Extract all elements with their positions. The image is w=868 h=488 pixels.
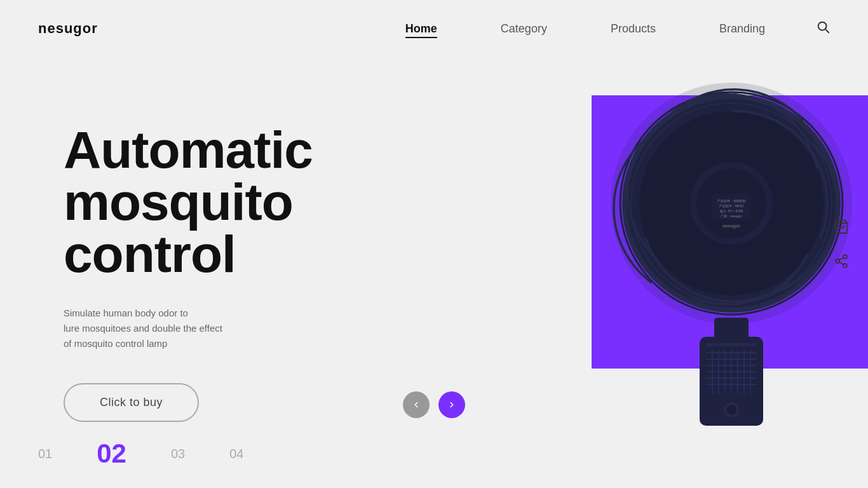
buy-button[interactable]: Click to buy (64, 383, 199, 422)
slider-arrows (403, 391, 465, 418)
hero-section: Automatic mosquito control Simulate huma… (0, 57, 868, 488)
slide-num-3[interactable]: 03 (171, 447, 185, 461)
svg-text:产品型号：MK10: 产品型号：MK10 (719, 204, 743, 208)
svg-text:产品名称：智能防蚊: 产品名称：智能防蚊 (717, 199, 746, 203)
hero-title: Automatic mosquito control (64, 124, 394, 280)
svg-line-38 (839, 262, 844, 265)
product-image-area: 产品名称：智能防蚊 产品型号：MK10 输入: 5V = 3.5W 厂商：nes… (592, 38, 868, 451)
cart-button[interactable] (834, 219, 849, 234)
next-arrow[interactable] (438, 391, 465, 418)
hero-description: Simulate human body odor to lure mosquit… (64, 306, 394, 351)
svg-point-18 (726, 405, 736, 415)
nav-links: Home Category Products Branding (405, 22, 765, 36)
right-icons (834, 219, 849, 269)
product-image: 产品名称：智能防蚊 产品型号：MK10 输入: 5V = 3.5W 厂商：nes… (607, 57, 855, 464)
prev-arrow[interactable] (403, 391, 430, 418)
share-button[interactable] (834, 254, 849, 269)
svg-text:厂商：nesugor: 厂商：nesugor (721, 214, 742, 218)
slide-numbers: 01 02 03 04 (38, 438, 243, 469)
svg-rect-3 (706, 343, 757, 346)
svg-line-1 (825, 29, 829, 32)
nav-item-home[interactable]: Home (405, 22, 437, 36)
slide-num-4[interactable]: 04 (229, 447, 243, 461)
svg-line-39 (839, 258, 844, 261)
navbar: nesugor Home Category Products Branding (0, 0, 868, 57)
nav-item-branding[interactable]: Branding (719, 22, 765, 36)
svg-text:nesugor: nesugor (722, 224, 740, 229)
slide-num-2[interactable]: 02 (97, 438, 126, 469)
hero-text-block: Automatic mosquito control Simulate huma… (0, 124, 394, 422)
brand-logo[interactable]: nesugor (38, 20, 98, 37)
search-button[interactable] (816, 20, 830, 37)
nav-item-products[interactable]: Products (611, 22, 656, 36)
slide-num-1[interactable]: 01 (38, 447, 52, 461)
nav-item-category[interactable]: Category (501, 22, 547, 36)
svg-text:输入: 5V = 3.5W: 输入: 5V = 3.5W (720, 209, 743, 213)
